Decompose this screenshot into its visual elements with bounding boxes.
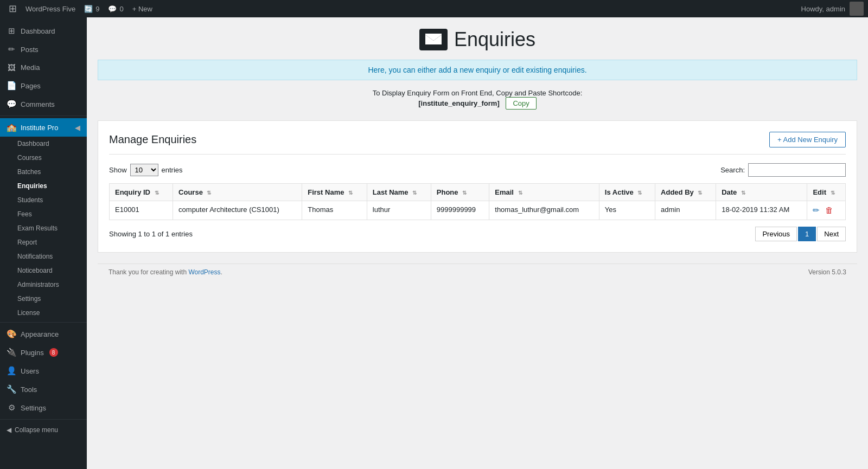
wp-logo-link[interactable]: ⊞ — [4, 0, 21, 17]
shortcode-value: [institute_enquiry_form] — [418, 99, 500, 107]
submenu-item-report[interactable]: Report — [0, 235, 87, 249]
previous-button[interactable]: Previous — [755, 227, 797, 241]
sort-icon-added-by: ⇅ — [698, 190, 702, 196]
page-title: Enquiries — [454, 28, 535, 51]
sidebar-label-comments: Comments — [21, 100, 55, 108]
submenu-item-administrators[interactable]: Administrators — [0, 278, 87, 292]
sort-icon-last-name: ⇅ — [412, 190, 417, 196]
tools-icon: 🔧 — [7, 384, 16, 394]
col-course[interactable]: Course ⇅ — [173, 184, 302, 201]
wp-logo-icon: ⊞ — [9, 3, 17, 15]
sidebar-label-pages: Pages — [21, 82, 41, 90]
show-label: Show — [109, 166, 127, 174]
sidebar-label-users: Users — [21, 367, 39, 375]
pagination: Showing 1 to 1 of 1 entries Previous 1 N… — [109, 227, 846, 241]
sidebar-label-plugins: Plugins — [21, 349, 44, 357]
submenu-item-exam-results[interactable]: Exam Results — [0, 221, 87, 235]
submenu-item-batches[interactable]: Batches — [0, 165, 87, 179]
col-edit[interactable]: Edit ⇅ — [807, 184, 846, 201]
col-date[interactable]: Date ⇅ — [716, 184, 807, 201]
page-heading: Enquiries — [98, 28, 857, 51]
add-new-enquiry-button[interactable]: + Add New Enquiry — [769, 132, 846, 147]
cell-phone: 9999999999 — [431, 201, 489, 220]
cell-date: 18-02-2019 11:32 AM — [716, 201, 807, 220]
updates-link[interactable]: 🔄 9 — [80, 0, 104, 17]
col-last-name[interactable]: Last Name ⇅ — [367, 184, 431, 201]
pagination-buttons: Previous 1 Next — [755, 227, 846, 241]
search-label: Search: — [720, 166, 745, 174]
col-phone[interactable]: Phone ⇅ — [431, 184, 489, 201]
howdy-text: Howdy, admin — [801, 5, 845, 13]
sidebar-item-plugins[interactable]: 🔌 Plugins 8 — [0, 343, 87, 362]
table-header: Enquiry ID ⇅ Course ⇅ First Name ⇅ Last … — [110, 184, 846, 201]
col-first-name[interactable]: First Name ⇅ — [302, 184, 367, 201]
sidebar-item-comments[interactable]: 💬 Comments — [0, 95, 87, 113]
dashboard-icon: ⊞ — [7, 26, 16, 36]
delete-icon-0[interactable]: 🗑 — [825, 205, 833, 215]
submenu-item-fees[interactable]: Fees — [0, 207, 87, 221]
users-icon: 👤 — [7, 366, 16, 376]
version-text: Version 5.0.3 — [808, 268, 846, 276]
show-entries: Show 10 25 50 100 entries — [109, 164, 183, 176]
submenu-item-enquiries[interactable]: Enquiries — [0, 179, 87, 193]
sidebar-item-appearance[interactable]: 🎨 Appearance — [0, 325, 87, 343]
sidebar-item-pages[interactable]: 📄 Pages — [0, 76, 87, 95]
cell-added-by: admin — [655, 201, 716, 220]
submenu-item-noticeboard[interactable]: Noticeboard — [0, 264, 87, 278]
footer: Thank you for creating with WordPress. V… — [98, 264, 857, 280]
sidebar-item-dashboard[interactable]: ⊞ Dashboard — [0, 22, 87, 40]
pagination-info: Showing 1 to 1 of 1 entries — [109, 230, 193, 238]
col-email[interactable]: Email ⇅ — [489, 184, 599, 201]
sort-icon-phone: ⇅ — [462, 190, 467, 196]
search-input[interactable] — [748, 163, 846, 177]
sort-icon-edit: ⇅ — [831, 190, 835, 196]
wordpress-link[interactable]: WordPress — [188, 268, 220, 276]
cell-edit: ✏ 🗑 — [807, 201, 846, 220]
card-header: Manage Enquiries + Add New Enquiry — [109, 132, 846, 155]
sidebar-label-dashboard: Dashboard — [21, 27, 55, 35]
page-1-button[interactable]: 1 — [798, 227, 816, 241]
sidebar-item-media[interactable]: 🖼 Media — [0, 59, 87, 76]
sidebar-item-settings[interactable]: ⚙ Settings — [0, 399, 87, 417]
entries-label: entries — [162, 166, 183, 174]
cell-is-active: Yes — [599, 201, 655, 220]
comments-menu-icon: 💬 — [7, 99, 16, 109]
sidebar-item-tools[interactable]: 🔧 Tools — [0, 380, 87, 399]
submenu-item-settings[interactable]: Settings — [0, 292, 87, 306]
sidebar-item-institute-pro[interactable]: 🏫 Institute Pro ◀ — [0, 118, 87, 137]
institute-pro-arrow: ◀ — [75, 124, 80, 132]
sort-icon-course: ⇅ — [207, 190, 211, 196]
sidebar: ⊞ Dashboard ✏ Posts 🖼 Media 📄 Pages 💬 Co… — [0, 17, 87, 469]
copy-button[interactable]: Copy — [506, 97, 536, 110]
edit-icon-0[interactable]: ✏ — [813, 205, 820, 215]
submenu-item-students[interactable]: Students — [0, 193, 87, 207]
sidebar-item-posts[interactable]: ✏ Posts — [0, 40, 87, 59]
info-bar: Here, you can either add a new enquiry o… — [98, 60, 857, 80]
cell-enquiry-id: E10001 — [110, 201, 173, 220]
updates-icon: 🔄 — [84, 5, 93, 13]
shortcode-label: To Display Enquiry Form on Front End, Co… — [373, 89, 583, 97]
site-name-link[interactable]: WordPress Five — [21, 0, 80, 17]
next-button[interactable]: Next — [817, 227, 846, 241]
entries-select[interactable]: 10 25 50 100 — [130, 164, 158, 176]
col-enquiry-id[interactable]: Enquiry ID ⇅ — [110, 184, 173, 201]
comments-link[interactable]: 💬 0 — [104, 0, 127, 17]
collapse-menu-button[interactable]: ◀ Collapse menu — [0, 422, 87, 438]
new-content-link[interactable]: + New — [128, 0, 157, 17]
menu-separator-2 — [0, 322, 87, 323]
col-is-active[interactable]: Is Active ⇅ — [599, 184, 655, 201]
info-bar-text: Here, you can either add a new enquiry o… — [368, 66, 586, 74]
card-title: Manage Enquiries — [109, 133, 196, 146]
menu-separator-1 — [0, 115, 87, 116]
plugins-icon: 🔌 — [7, 348, 16, 357]
sidebar-item-users[interactable]: 👤 Users — [0, 362, 87, 380]
submenu-item-dashboard[interactable]: Dashboard — [0, 137, 87, 151]
sort-icon-email: ⇅ — [518, 190, 522, 196]
collapse-label: Collapse menu — [15, 426, 58, 434]
submenu-item-license[interactable]: License — [0, 306, 87, 320]
sidebar-label-posts: Posts — [21, 46, 39, 54]
comments-count: 0 — [119, 5, 123, 13]
submenu-item-courses[interactable]: Courses — [0, 151, 87, 165]
submenu-item-notifications[interactable]: Notifications — [0, 249, 87, 264]
col-added-by[interactable]: Added By ⇅ — [655, 184, 716, 201]
